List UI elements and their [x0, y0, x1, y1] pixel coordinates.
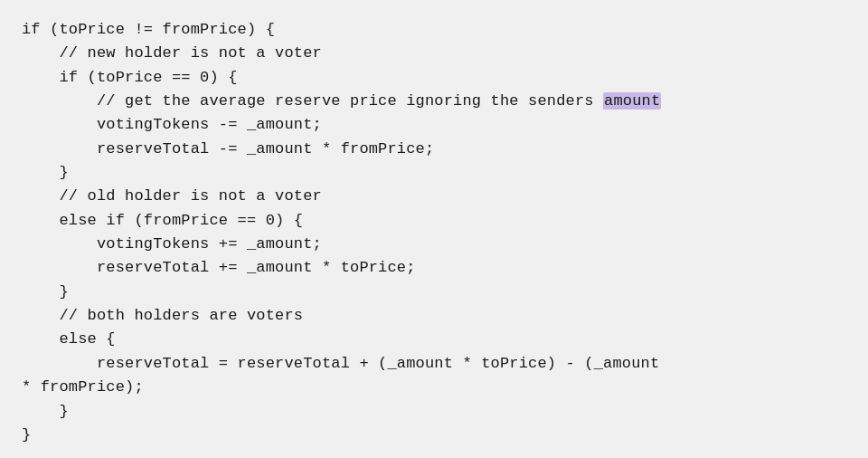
code-line-5: votingTokens -= _amount; [22, 116, 322, 133]
code-line-12: } [22, 283, 69, 301]
code-line-7: } [22, 164, 69, 181]
code-line-1: if (toPrice != fromPrice) { [22, 21, 275, 38]
code-line-10: votingTokens += _amount; [22, 235, 322, 253]
code-line-16: * fromPrice); [22, 378, 144, 396]
code-line-4: // get the average reserve price ignorin… [22, 92, 661, 110]
code-line-8: // old holder is not a voter [22, 187, 322, 205]
code-container: if (toPrice != fromPrice) { // new holde… [0, 0, 868, 458]
code-line-11: reserveTotal += _amount * toPrice; [22, 259, 416, 276]
code-block: if (toPrice != fromPrice) { // new holde… [22, 18, 846, 447]
code-line-13: // both holders are voters [22, 307, 303, 324]
code-line-2: // new holder is not a voter [22, 44, 322, 62]
code-line-18: } [22, 426, 31, 444]
code-line-17: } [22, 403, 69, 420]
code-line-9: else if (fromPrice == 0) { [22, 212, 303, 229]
code-line-6: reserveTotal -= _amount * fromPrice; [22, 140, 434, 157]
highlight-amount: amount [603, 92, 661, 110]
code-line-15: reserveTotal = reserveTotal + (_amount *… [22, 355, 659, 372]
code-line-3: if (toPrice == 0) { [22, 69, 238, 86]
code-line-14: else { [22, 330, 116, 348]
